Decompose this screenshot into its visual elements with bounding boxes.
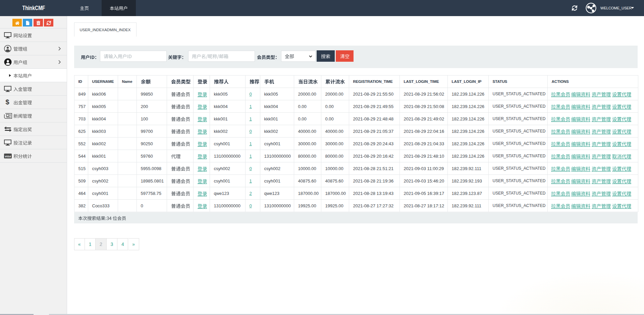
svg-text:VISA: VISA bbox=[5, 155, 11, 158]
svg-text:$: $ bbox=[5, 99, 9, 106]
